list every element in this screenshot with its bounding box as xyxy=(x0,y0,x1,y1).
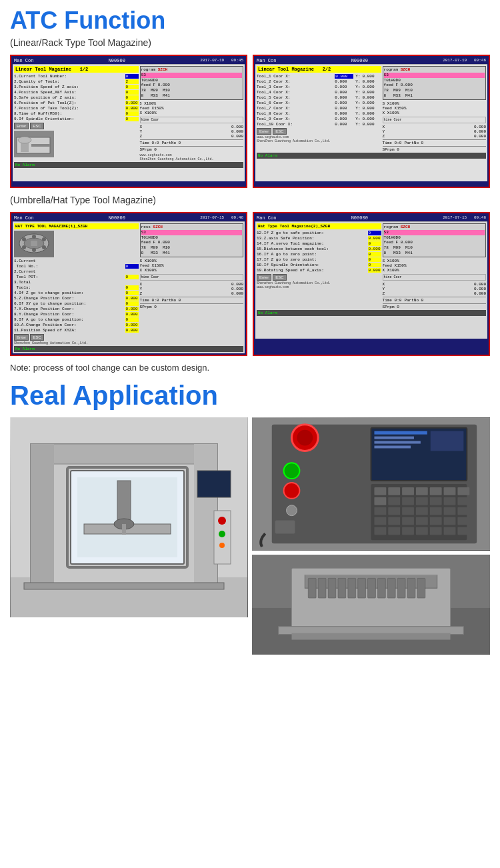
svg-rect-42 xyxy=(388,487,400,495)
svg-rect-30 xyxy=(197,471,231,497)
tool-magazine-photo xyxy=(252,555,490,655)
umb1-field-5: 5.Z.Change Position Coor: 0.000 xyxy=(14,296,139,301)
svg-rect-48 xyxy=(374,497,386,505)
svg-rect-45 xyxy=(430,487,442,495)
screen4-esc-btn[interactable]: ESC xyxy=(273,274,286,281)
svg-rect-87 xyxy=(318,578,326,598)
note-text: Note: process of tool change can be cust… xyxy=(10,363,490,373)
tool-5-row: Tool_5 Coor X: 0.000 Y: 0.000 xyxy=(257,95,381,100)
screen2-btns: Enter ESC xyxy=(257,128,381,135)
svg-rect-50 xyxy=(402,497,414,505)
svg-rect-3 xyxy=(31,144,50,147)
svg-rect-31 xyxy=(24,583,224,589)
screen1-spindle-block: S X100% feed X150% X X100% xyxy=(140,101,243,115)
umb2-field-16: 16.If A go to zero point: 0 xyxy=(257,252,381,257)
screen4-prog-panel: rogram SZCH S3 T01H0D0 feed F 0.000 78 M… xyxy=(383,223,486,257)
screen4-spindle-block: S X100% feed X150% X X100% xyxy=(383,259,486,273)
screen1-content: Linear Tool Magazine 1/2 1.Current Tool … xyxy=(14,66,243,161)
screen1-enter-btn[interactable]: Enter xyxy=(14,123,29,129)
svg-rect-71 xyxy=(402,527,414,535)
field-6: 6.Position of Put Tool(Z): 0.000 xyxy=(14,101,139,105)
screen1-esc-btn[interactable]: ESC xyxy=(30,123,43,129)
screen3-left: HAT TYPE TOOL MAGAZINE(1)_SZGH xyxy=(14,223,139,345)
screen1-company: ShenZhen Guanhong Automation Co.,Ltd. xyxy=(140,157,243,161)
screen2-esc-btn[interactable]: ESC xyxy=(273,128,286,135)
screen2-company: ShenZhen Guanhong Automation Co.,Ltd. xyxy=(257,139,381,143)
linear-subtitle: (Linear/Rack Type Tool Magazine) xyxy=(10,37,490,48)
svg-rect-57 xyxy=(402,507,414,515)
tool-6-row: Tool_6 Coor X: 0.000 Y: 0.000 xyxy=(257,101,381,105)
screen3-right: ress SZCH S3 T01H0D0 feed F 0.000 78 M09… xyxy=(140,223,243,345)
screen1-machine-coor: hine Coor xyxy=(140,117,243,123)
field-7: 7.Position of Take Tool(Z): 0.000 xyxy=(14,106,139,111)
tool-photo-svg xyxy=(252,555,490,655)
svg-point-6 xyxy=(22,237,26,241)
svg-rect-69 xyxy=(374,527,386,535)
screen1-alarm: No Alarm xyxy=(14,162,243,168)
screen3-machine-coor: hine Coor xyxy=(140,274,243,281)
screen3-coords: X0.000 Y0.000 Z0.000 xyxy=(140,282,243,296)
svg-rect-93 xyxy=(377,578,385,598)
screen3-alarm: No Alarm xyxy=(14,346,243,352)
svg-point-78 xyxy=(284,463,300,479)
field-8: 8.Time of Huff(M59): 0 xyxy=(14,111,139,116)
screen3-enter-btn[interactable]: Enter xyxy=(14,334,29,341)
svg-rect-56 xyxy=(388,507,400,515)
screen2-sprpm: SPrpm 0 xyxy=(383,146,486,152)
screen4-machine-coor: hine Coor xyxy=(383,274,486,281)
field-2: 2.Quanity of Tools: 2 xyxy=(14,79,139,84)
svg-rect-39 xyxy=(431,431,464,451)
screen1-right: rogram SZCH S3 T01H0D0 feed F 0.000 78 M… xyxy=(140,66,243,161)
umbrella-screen-2: Man Con N00000 2017-07-15 09:46 Hat Type… xyxy=(253,212,490,356)
umb2-field-19: 19.Rotating Speed of A_axis: 0.000 xyxy=(257,268,381,273)
screen2-inner: Linear Tool Magazine 2/2 Tool_1 Coor X: … xyxy=(255,65,487,181)
svg-rect-63 xyxy=(388,517,400,525)
screen4-enter-btn[interactable]: Enter xyxy=(257,274,271,281)
svg-rect-52 xyxy=(430,497,442,505)
svg-rect-41 xyxy=(374,487,386,495)
screen4-sprpm: SPrpm 0 xyxy=(383,303,486,309)
svg-rect-86 xyxy=(308,578,316,598)
umb2-field-18: 18.If Spindle Orientation: 0 xyxy=(257,263,381,267)
svg-rect-54 xyxy=(457,497,469,505)
linear-screen-1: Man Con N00000 2017-07-19 09:45 Linear T… xyxy=(10,55,247,188)
svg-rect-90 xyxy=(348,578,356,598)
svg-rect-68 xyxy=(457,517,469,525)
tool-3-row: Tool_3 Coor X: 0.000 Y: 0.000 xyxy=(257,85,381,89)
screen2-enter-btn[interactable]: Enter xyxy=(257,128,271,135)
umb1-field-2: 2.Current xyxy=(14,269,139,274)
screen1-prognum: N00000 xyxy=(109,58,125,63)
screen2-right: rogram SZCH S3 T01H0D0 feed F 0.000 78 M… xyxy=(383,66,486,152)
screen2-prog-panel: rogram SZCH S3 T01H0D0 feed F 0.000 78 M… xyxy=(383,66,486,100)
page-title: ATC Function xyxy=(10,7,490,35)
svg-rect-37 xyxy=(374,441,420,444)
screen3-esc-btn[interactable]: ESC xyxy=(30,334,43,341)
screen1-sprpm: SPrpm 0 xyxy=(140,146,243,152)
screen1-datetime: 2017-07-19 09:45 xyxy=(200,58,243,63)
screen2-content: Linear Tool Magazine 2/2 Tool_1 Coor X: … xyxy=(257,66,486,152)
screen4-inner: Hat Type Tool Magazine(2)_SZGH 12.If Z g… xyxy=(255,222,487,339)
field-3: 3.Position Speed of Z axis: 0 xyxy=(14,85,139,89)
screen4-right: rogram SZCH S3 T01H0D0 feed F 0.000 78 M… xyxy=(383,223,486,309)
prog-s3: S3 xyxy=(141,73,242,78)
svg-rect-91 xyxy=(358,578,366,598)
screen3-mag-label: HAT TYPE TOOL MAGAZINE(1)_SZGH xyxy=(14,223,139,229)
svg-rect-92 xyxy=(368,578,376,598)
linear-screen-2: Man Con N00000 2017-07-19 09:46 Linear T… xyxy=(253,55,490,188)
screen4-mag-label: Hat Type Tool Magazine(2)_SZGH xyxy=(257,223,381,229)
svg-rect-96 xyxy=(407,578,415,598)
screen3-inner: HAT TYPE TOOL MAGAZINE(1)_SZGH xyxy=(13,222,245,353)
svg-point-79 xyxy=(284,483,300,499)
screen4-coords: X0.000 Y0.000 Z0.000 xyxy=(383,282,486,296)
prog-tool: T01H0D0 xyxy=(141,78,242,83)
svg-point-27 xyxy=(218,517,226,525)
photos-grid xyxy=(10,417,490,655)
screen1-left: Linear Tool Magazine 1/2 1.Current Tool … xyxy=(14,66,139,161)
screen4-left: Hat Type Tool Magazine(2)_SZGH 12.If Z g… xyxy=(257,223,381,309)
svg-rect-70 xyxy=(388,527,400,535)
field-4: 4.Position Speed_X&Y Axis: 0 xyxy=(14,90,139,95)
umb2-field-15: 15.Distance between each tool: 0.000 xyxy=(257,247,381,251)
svg-rect-99 xyxy=(292,633,451,640)
svg-rect-38 xyxy=(374,445,411,448)
svg-rect-47 xyxy=(457,487,469,495)
